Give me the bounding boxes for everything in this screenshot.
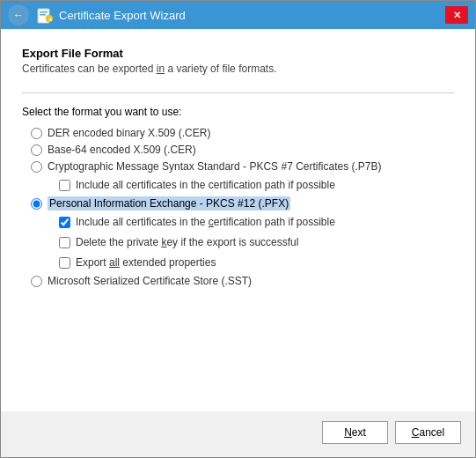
checkbox-delete-private-key-label[interactable]: Delete the private key if the export is … [76,236,298,248]
cancel-button-label: Cancel [412,426,444,439]
option-pkcs7: Cryptographic Message Syntax Standard - … [31,160,454,173]
titlebar: ← ★ Certificate Export Wizard ✕ [1,1,475,29]
next-button-label: Next [344,426,366,439]
checkbox-include-certs-pkcs7-label[interactable]: Include all certificates in the certific… [76,179,335,191]
option-sst-radio[interactable] [31,276,42,287]
options-list: DER encoded binary X.509 (.CER) Base-64 … [22,127,454,287]
option-sst: Microsoft Serialized Certificate Store (… [31,275,454,287]
svg-rect-1 [40,11,48,13]
checkbox-delete-private-key-input[interactable] [59,237,70,248]
option-sst-label[interactable]: Microsoft Serialized Certificate Store (… [48,275,252,287]
checkbox-export-extended: Export all extended properties [31,256,454,269]
option-pfx-label[interactable]: Personal Information Exchange - PKCS #12… [48,197,290,210]
back-button[interactable]: ← [8,4,29,26]
section-desc: Certificates can be exported in a variet… [22,63,454,75]
svg-rect-2 [40,14,46,16]
checkbox-include-certs-pkcs7-input[interactable] [59,180,70,191]
format-prompt: Select the format you want to use: [22,106,454,118]
option-pkcs7-radio[interactable] [31,161,42,173]
checkbox-include-certs-pfx-label[interactable]: Include all certificates in the certific… [76,216,335,228]
checkbox-delete-private-key: Delete the private key if the export is … [31,236,454,248]
option-pfx-radio[interactable] [31,198,42,210]
section-divider [22,92,454,93]
section-header: Export File Format Certificates can be e… [22,47,454,75]
checkbox-include-certs-pkcs7: Include all certificates in the certific… [31,179,454,191]
desc-plain: Certificates can be exported [22,63,157,75]
option-der: DER encoded binary X.509 (.CER) [31,127,454,139]
option-der-label[interactable]: DER encoded binary X.509 (.CER) [48,127,210,139]
option-base64-radio[interactable] [31,144,42,156]
close-button[interactable]: ✕ [445,6,468,24]
desc-underline: in [157,63,165,75]
checkbox-export-extended-label[interactable]: Export all extended properties [76,256,216,269]
content-area: Export File Format Certificates can be e… [1,29,475,411]
footer: Next Cancel [1,411,475,457]
checkbox-include-certs-pfx: Include all certificates in the certific… [31,216,454,228]
section-title: Export File Format [22,47,454,60]
cancel-button[interactable]: Cancel [395,421,461,444]
option-base64-label[interactable]: Base-64 encoded X.509 (.CER) [48,144,196,156]
titlebar-title: Certificate Export Wizard [59,9,445,22]
option-base64: Base-64 encoded X.509 (.CER) [31,144,454,156]
desc-rest: a variety of file formats. [165,63,276,75]
option-pkcs7-label[interactable]: Cryptographic Message Syntax Standard - … [48,160,382,173]
next-button[interactable]: Next [322,421,388,444]
checkbox-export-extended-input[interactable] [59,257,70,269]
option-der-radio[interactable] [31,128,42,139]
checkbox-include-certs-pfx-input[interactable] [59,217,70,228]
option-pfx: Personal Information Exchange - PKCS #12… [31,197,454,210]
wizard-icon: ★ [36,6,54,24]
wizard-window: ← ★ Certificate Export Wizard ✕ Export F… [0,0,476,458]
